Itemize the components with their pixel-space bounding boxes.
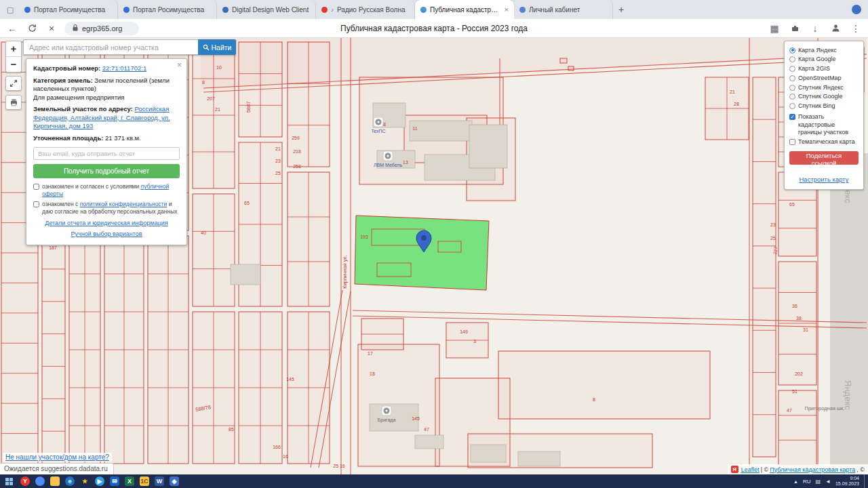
attribution-separator: | © — [761, 466, 768, 473]
cadastral-parcel[interactable] — [568, 66, 574, 70]
offer-consent-checkbox[interactable] — [33, 184, 39, 190]
windows-logo-icon — [5, 478, 13, 485]
cadastral-parcel[interactable] — [560, 58, 567, 63]
show-desktop-button[interactable] — [864, 474, 867, 488]
fullscreen-button[interactable] — [5, 76, 22, 91]
tab-6[interactable]: Личный кабинет — [514, 0, 613, 19]
tab-2[interactable]: Портал Росимущества — [118, 0, 217, 19]
radio-icon — [789, 85, 795, 91]
profile-avatar[interactable] — [852, 5, 861, 14]
tab-favicon-icon — [222, 7, 229, 13]
file-explorer-icon[interactable] — [47, 474, 62, 488]
map-area[interactable]: 1931082072125921232521825846186187150190… — [0, 38, 868, 474]
layer-option-3[interactable]: Карта 2GIS — [789, 65, 859, 73]
map-pin-hole — [421, 235, 427, 241]
print-button[interactable] — [5, 95, 22, 110]
search-button[interactable]: Найти — [198, 39, 236, 55]
onec-icon[interactable]: 1C — [137, 474, 152, 488]
parcel-number: 207 — [207, 96, 215, 101]
tab-1[interactable]: Портал Росимущества — [19, 0, 118, 19]
parcel-number: 28 — [734, 102, 739, 106]
chrome-icon[interactable] — [33, 474, 47, 488]
radio-icon — [789, 66, 795, 72]
tab-4[interactable]: ♪Радио Русская Волна — [316, 0, 415, 19]
yandex-logo[interactable]: Я — [731, 466, 738, 473]
report-details-link[interactable]: Детали отчета и юридическая информация — [45, 220, 167, 226]
checkbox-icon: ✓ — [789, 114, 795, 120]
map-attribution: Я Leaflet | © Публичная кадастровая карт… — [728, 464, 868, 474]
browser-status-text: Ожидается suggestions.dadata.ru — [0, 463, 114, 474]
poi-icon-dot — [386, 410, 388, 412]
tray-lang-indicator[interactable]: RU — [803, 479, 811, 485]
layer-option-4[interactable]: OpenStreetMap — [789, 75, 859, 82]
map-layers-panel: Карта ЯндексКарта GoogleКарта 2GISOpenSt… — [784, 41, 864, 190]
cadastral-parcel[interactable] — [778, 390, 816, 465]
word-icon-glyph: W — [155, 476, 164, 486]
offer-consent-row[interactable]: ознакомлен и согласен с условиями публич… — [33, 183, 180, 198]
downloads-icon[interactable]: ↓ — [808, 22, 822, 35]
profile-icon[interactable] — [829, 22, 842, 35]
menu-kebab-icon[interactable]: ⋮ — [849, 22, 863, 35]
layer-option-2[interactable]: Карта Google — [789, 56, 859, 63]
mail-icon[interactable]: ✉ — [107, 474, 122, 488]
privacy-policy-link[interactable]: политикой конфиденциальности — [80, 201, 167, 207]
new-tab-button[interactable]: + — [613, 1, 629, 18]
telegram-icon[interactable]: ▶ — [92, 474, 107, 488]
app-icon[interactable]: ◆ — [167, 474, 182, 488]
start-button[interactable] — [0, 474, 18, 488]
manual-select-link[interactable]: Ручной выбор вариантов — [71, 230, 142, 237]
overlay-option-1[interactable]: ✓Показать кадастровые границы участков — [789, 113, 859, 136]
overlay-option-2[interactable]: Тематическая карта — [789, 138, 859, 146]
not-found-help-link[interactable]: Не нашли участок/дом на карте? — [5, 453, 109, 461]
share-button[interactable]: Поделиться ссылкой — [789, 151, 859, 165]
layer-option-1[interactable]: Карта Яндекс — [789, 47, 859, 54]
tray-clock[interactable]: 9:04 15.09.2023 — [835, 476, 859, 487]
tray-network-icon[interactable]: ▤ — [815, 479, 821, 485]
street-label: Пригородная шк. — [805, 405, 845, 411]
building — [415, 435, 443, 449]
excel-icon[interactable]: X — [122, 474, 137, 488]
parcel-number: 18 — [370, 371, 375, 376]
reload-button[interactable] — [25, 22, 39, 35]
selected-parcel[interactable] — [355, 216, 489, 290]
configure-map-link[interactable]: Настроить карту — [800, 176, 849, 183]
search-button-label: Найти — [212, 43, 232, 52]
stop-button[interactable]: × — [45, 22, 58, 35]
cadastral-parcel[interactable] — [753, 77, 776, 457]
zoom-out-button[interactable]: − — [6, 57, 21, 72]
apps-grid-icon[interactable]: ▦ — [768, 22, 781, 35]
cadastral-parcel[interactable] — [498, 351, 710, 419]
pkk-link[interactable]: Публичная кадастровая карта — [770, 466, 855, 473]
tab-audio-icon[interactable]: ♪ — [331, 7, 334, 13]
tab-5[interactable]: Публичная кадастровая× — [415, 0, 514, 19]
overlay-label: Тематическая карта — [798, 138, 855, 146]
get-report-button[interactable]: Получить подробный отчет — [33, 164, 180, 178]
window-icon[interactable]: ▢ — [4, 3, 16, 16]
privacy-consent-checkbox[interactable] — [33, 201, 39, 207]
favorites-icon[interactable]: ★ — [77, 474, 92, 488]
zoom-in-button[interactable]: + — [6, 41, 21, 56]
cadastral-number-link[interactable]: 22:71:011702:1 — [102, 64, 146, 72]
yandex-browser-icon[interactable]: Y — [18, 474, 33, 488]
back-button[interactable]: ← — [5, 22, 19, 35]
parcel-number: 166 — [273, 445, 281, 449]
layer-option-6[interactable]: Спутник Google — [789, 93, 859, 100]
leaflet-link[interactable]: Leaflet — [741, 466, 760, 473]
tray-volume-icon[interactable]: ◄ — [825, 479, 831, 485]
layer-option-7[interactable]: Спутник Bing — [789, 102, 859, 110]
edge-icon[interactable]: e — [62, 474, 77, 488]
address-bar[interactable]: egrp365.org — [64, 22, 139, 35]
layer-label: Карта 2GIS — [798, 65, 830, 73]
search-input[interactable] — [23, 39, 198, 55]
close-icon[interactable]: × — [177, 60, 182, 71]
layer-option-5[interactable]: Спутник Яндекс — [789, 84, 859, 92]
tab-close-icon[interactable]: × — [505, 5, 509, 14]
extensions-icon[interactable] — [788, 22, 802, 35]
tab-3[interactable]: Digital Design Web Client — [217, 0, 316, 19]
building — [469, 125, 507, 168]
privacy-consent-row[interactable]: ознакомлен с политикой конфиденциальност… — [33, 201, 180, 216]
tray-chevron-icon[interactable]: ▲ — [793, 479, 798, 484]
layer-label: Спутник Bing — [798, 102, 835, 110]
word-icon[interactable]: W — [152, 474, 167, 488]
email-field[interactable] — [33, 147, 180, 160]
